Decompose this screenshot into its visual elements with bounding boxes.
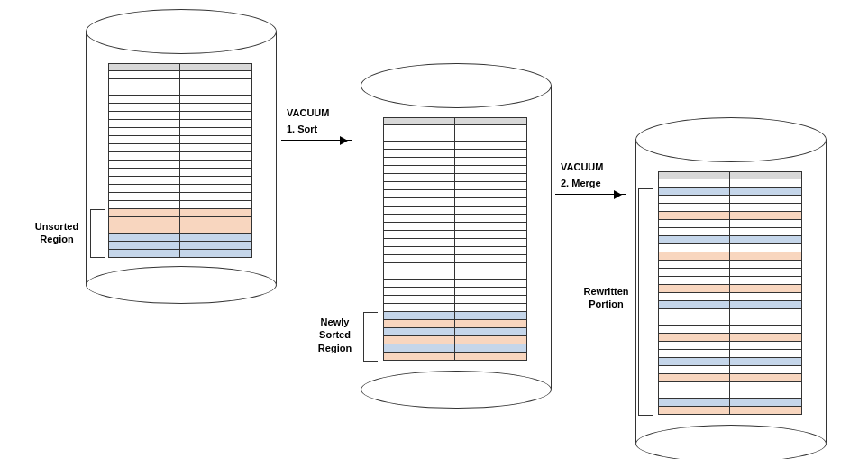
table-row bbox=[383, 239, 527, 247]
table-cell bbox=[384, 280, 455, 287]
cylinder-top bbox=[361, 63, 552, 108]
table-row bbox=[108, 193, 252, 201]
table-cell bbox=[659, 366, 730, 373]
cylinder-bottom bbox=[86, 266, 277, 304]
table-cell bbox=[730, 179, 801, 187]
table-row bbox=[108, 104, 252, 112]
table-row bbox=[108, 136, 252, 144]
table-cell bbox=[109, 144, 180, 151]
table-cell bbox=[384, 263, 455, 271]
table-cell bbox=[659, 317, 730, 325]
table-cell bbox=[455, 182, 526, 189]
table-row bbox=[658, 309, 802, 317]
table-row bbox=[658, 317, 802, 326]
table-cell bbox=[659, 293, 730, 300]
table-row bbox=[383, 207, 527, 215]
table-cell bbox=[109, 217, 180, 225]
table-cell bbox=[109, 128, 180, 135]
table-cell bbox=[455, 320, 526, 327]
table-cell bbox=[455, 207, 526, 214]
table-cell bbox=[730, 228, 801, 235]
label-newly-sorted: NewlySortedRegion bbox=[310, 316, 360, 354]
table-cell bbox=[180, 112, 251, 119]
table-cell bbox=[730, 236, 801, 243]
cylinder-top bbox=[635, 117, 827, 162]
table-cell bbox=[659, 212, 730, 219]
table-row bbox=[658, 382, 802, 390]
table-cell bbox=[730, 196, 801, 203]
table-row bbox=[108, 120, 252, 128]
table-cell bbox=[180, 64, 251, 70]
table-cell bbox=[659, 334, 730, 341]
table-cell bbox=[659, 236, 730, 243]
table-cell bbox=[659, 261, 730, 268]
table-row bbox=[658, 212, 802, 220]
table-row bbox=[658, 301, 802, 309]
table-row bbox=[658, 366, 802, 374]
table-cell bbox=[180, 104, 251, 111]
cylinder-merged bbox=[635, 117, 825, 459]
table-cell bbox=[384, 304, 455, 311]
table-cell bbox=[109, 112, 180, 119]
table-cell bbox=[384, 320, 455, 327]
table-cell bbox=[384, 174, 455, 181]
table-row bbox=[383, 320, 527, 328]
table-row bbox=[108, 250, 252, 258]
table-cell bbox=[659, 350, 730, 357]
table-row bbox=[658, 326, 802, 334]
table-cell bbox=[109, 177, 180, 184]
table-cell bbox=[659, 382, 730, 390]
table-cell bbox=[455, 118, 526, 124]
table-row bbox=[658, 204, 802, 212]
table-cell bbox=[455, 312, 526, 319]
table-row bbox=[383, 198, 527, 207]
table-cell bbox=[730, 269, 801, 276]
table-cell bbox=[384, 198, 455, 206]
table-cell bbox=[659, 301, 730, 308]
table-cell bbox=[455, 247, 526, 254]
table-cell bbox=[730, 293, 801, 300]
table-cell bbox=[455, 158, 526, 165]
table-cell bbox=[109, 96, 180, 103]
table-cell bbox=[384, 239, 455, 246]
table-row bbox=[383, 223, 527, 231]
table-row bbox=[383, 263, 527, 271]
label-sort-op: VACUUM bbox=[287, 106, 329, 119]
table-row bbox=[658, 407, 802, 415]
table-cell bbox=[384, 118, 455, 124]
table-cell bbox=[730, 301, 801, 308]
table-row bbox=[383, 312, 527, 320]
table-row bbox=[658, 358, 802, 366]
table-row bbox=[383, 255, 527, 263]
table-cell bbox=[730, 326, 801, 333]
table-before bbox=[108, 63, 252, 258]
table-row bbox=[108, 234, 252, 242]
table-cell bbox=[659, 309, 730, 317]
table-cell bbox=[109, 136, 180, 143]
table-cell bbox=[384, 288, 455, 295]
table-cell bbox=[730, 277, 801, 284]
table-cell bbox=[384, 247, 455, 254]
bracket-rewritten bbox=[638, 188, 653, 416]
table-cell bbox=[659, 204, 730, 211]
table-cell bbox=[455, 223, 526, 230]
table-cell bbox=[659, 358, 730, 365]
table-cell bbox=[455, 125, 526, 133]
table-cell bbox=[384, 231, 455, 238]
table-cell bbox=[180, 120, 251, 127]
table-cell bbox=[180, 128, 251, 135]
cylinder-before bbox=[86, 9, 275, 307]
table-cell bbox=[455, 255, 526, 262]
table-cell bbox=[109, 250, 180, 257]
table-cell bbox=[109, 185, 180, 192]
table-row bbox=[108, 177, 252, 185]
table-cell bbox=[455, 280, 526, 287]
table-cell bbox=[659, 220, 730, 227]
table-cell bbox=[180, 71, 251, 78]
table-cell bbox=[730, 358, 801, 365]
table-row bbox=[658, 244, 802, 252]
table-row bbox=[383, 247, 527, 255]
table-cell bbox=[455, 231, 526, 238]
table-merged bbox=[658, 171, 802, 415]
table-cell bbox=[109, 209, 180, 216]
